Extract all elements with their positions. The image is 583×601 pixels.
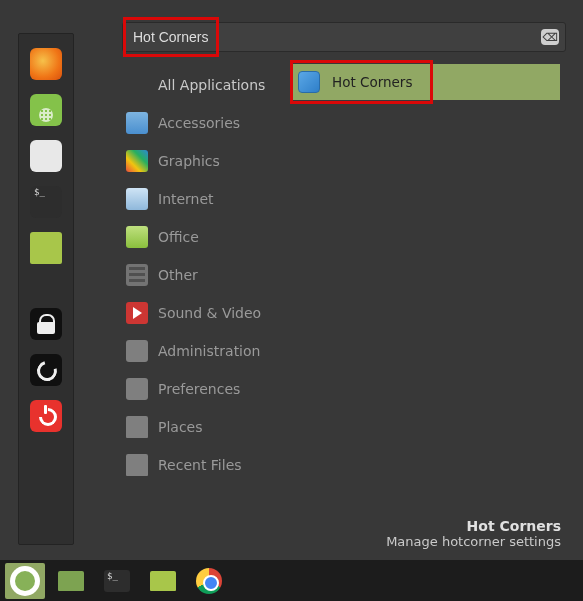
taskbar-menu-button[interactable] bbox=[5, 563, 45, 599]
selection-info: Hot Corners Manage hotcorner settings bbox=[386, 518, 561, 549]
other-icon bbox=[126, 264, 148, 286]
category-label: Places bbox=[158, 419, 203, 435]
application-menu: ⌫ All Applications Accessories Graphics … bbox=[0, 0, 583, 560]
accessories-icon bbox=[126, 112, 148, 134]
administration-icon bbox=[126, 340, 148, 362]
files-icon bbox=[150, 571, 176, 591]
taskbar-show-desktop[interactable] bbox=[51, 563, 91, 599]
taskbar-chrome[interactable] bbox=[189, 563, 229, 599]
category-label: Graphics bbox=[158, 153, 220, 169]
category-label: Sound & Video bbox=[158, 305, 261, 321]
category-all-applications[interactable]: All Applications bbox=[126, 66, 276, 104]
taskbar bbox=[0, 560, 583, 601]
firefox-icon[interactable] bbox=[30, 48, 62, 80]
mint-logo-icon bbox=[10, 566, 40, 596]
clear-search-button[interactable]: ⌫ bbox=[541, 29, 559, 45]
lock-icon[interactable] bbox=[30, 308, 62, 340]
chrome-icon bbox=[196, 568, 222, 594]
recent-files-icon bbox=[126, 454, 148, 476]
power-icon[interactable] bbox=[30, 400, 62, 432]
logout-icon[interactable] bbox=[30, 354, 62, 386]
category-internet[interactable]: Internet bbox=[126, 180, 276, 218]
results-list: Hot Corners bbox=[290, 64, 560, 100]
result-hot-corners[interactable]: Hot Corners bbox=[290, 64, 560, 100]
category-preferences[interactable]: Preferences bbox=[126, 370, 276, 408]
category-label: Administration bbox=[158, 343, 260, 359]
category-places[interactable]: Places bbox=[126, 408, 276, 446]
show-desktop-icon bbox=[58, 571, 84, 591]
internet-icon bbox=[126, 188, 148, 210]
category-label: Internet bbox=[158, 191, 214, 207]
taskbar-files[interactable] bbox=[143, 563, 183, 599]
favorites-sidebar bbox=[18, 33, 74, 545]
graphics-icon bbox=[126, 150, 148, 172]
places-icon bbox=[126, 416, 148, 438]
category-list: All Applications Accessories Graphics In… bbox=[126, 66, 276, 484]
selection-description: Manage hotcorner settings bbox=[386, 534, 561, 549]
search-row: ⌫ bbox=[122, 22, 566, 52]
category-sound-video[interactable]: Sound & Video bbox=[126, 294, 276, 332]
category-label: All Applications bbox=[158, 77, 265, 93]
category-administration[interactable]: Administration bbox=[126, 332, 276, 370]
terminal-icon[interactable] bbox=[30, 186, 62, 218]
settings-icon[interactable] bbox=[30, 140, 62, 172]
category-accessories[interactable]: Accessories bbox=[126, 104, 276, 142]
category-office[interactable]: Office bbox=[126, 218, 276, 256]
result-label: Hot Corners bbox=[332, 74, 412, 90]
category-other[interactable]: Other bbox=[126, 256, 276, 294]
selection-title: Hot Corners bbox=[386, 518, 561, 534]
category-label: Preferences bbox=[158, 381, 240, 397]
category-label: Office bbox=[158, 229, 199, 245]
terminal-icon bbox=[104, 570, 130, 592]
preferences-icon bbox=[126, 378, 148, 400]
category-label: Recent Files bbox=[158, 457, 242, 473]
app-grid-icon[interactable] bbox=[30, 94, 62, 126]
hot-corners-icon bbox=[298, 71, 320, 93]
office-icon bbox=[126, 226, 148, 248]
files-icon[interactable] bbox=[30, 232, 62, 264]
category-graphics[interactable]: Graphics bbox=[126, 142, 276, 180]
taskbar-terminal[interactable] bbox=[97, 563, 137, 599]
sound-video-icon bbox=[126, 302, 148, 324]
category-recent-files[interactable]: Recent Files bbox=[126, 446, 276, 484]
category-label: Accessories bbox=[158, 115, 240, 131]
search-input[interactable] bbox=[123, 23, 541, 51]
category-label: Other bbox=[158, 267, 198, 283]
